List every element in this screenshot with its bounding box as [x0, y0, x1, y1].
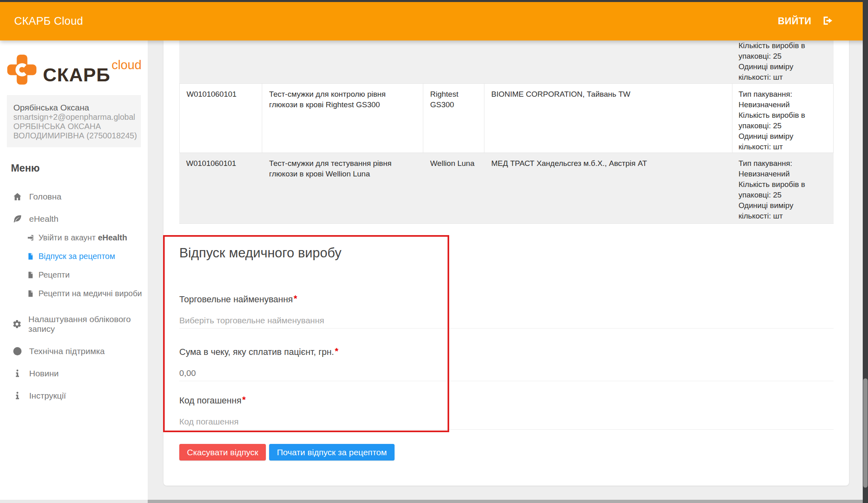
- required-asterisk: *: [335, 346, 338, 356]
- sidebar-item-support[interactable]: Технічна підтримка: [12, 346, 148, 356]
- cell-code: W0101060101: [179, 84, 262, 153]
- sidebar-item-label: Налаштування облікового запису: [28, 314, 148, 334]
- cell-brand: Wellion Luna: [423, 153, 484, 223]
- sidebar-item-label: Новини: [29, 369, 59, 378]
- form-group-redemption-code: Код погашення*: [179, 395, 834, 430]
- browser-top-strip: [0, 0, 868, 2]
- cell-packaging: Тип пакування: НевизначенийКількість вир…: [732, 40, 834, 83]
- cell-name: Тест-смужки для тестування рівня глюкози…: [262, 153, 423, 223]
- required-asterisk: *: [242, 395, 246, 405]
- trade-name-input[interactable]: [179, 312, 834, 329]
- sidebar-item-label: Рецепти: [38, 270, 70, 280]
- logout-icon: [822, 15, 834, 28]
- sidebar-item-home[interactable]: Головна: [12, 192, 148, 202]
- sidebar-item-instructions[interactable]: Інструкції: [12, 391, 148, 401]
- skarb-cross-icon: [7, 54, 37, 85]
- form-group-amount-paid: Сума в чеку, яку сплатив пацієнт, грн.*: [179, 346, 834, 381]
- dispense-form-buttons: Скасувати відпускПочати відпуск за рецеп…: [179, 444, 395, 461]
- file-icon: [26, 270, 35, 280]
- cell-code: [179, 40, 262, 83]
- redemption-code-input[interactable]: [179, 414, 834, 430]
- gear-icon: [12, 319, 22, 329]
- sidebar-item-ehealth-login[interactable]: Увійти в акаунт eHealth: [26, 233, 148, 242]
- logo-brand: СКАРБ: [43, 64, 110, 86]
- horizontal-scrollbar-thumb[interactable]: [148, 500, 863, 503]
- app-screen: СКАРБ Cloud ВИЙТИ СКАРБ cloud Орябінська…: [0, 0, 868, 503]
- cell-name: Тест-смужки для контролю рівня глюкози в…: [262, 84, 423, 153]
- logout-button[interactable]: ВИЙТИ: [775, 2, 836, 40]
- vertical-scrollbar-thumb[interactable]: [863, 378, 868, 488]
- sidebar-item-label: Рецепти на медичні вироби: [38, 289, 142, 298]
- cell-packaging: Тип пакування: НевизначенийКількість вир…: [732, 153, 834, 223]
- required-asterisk: *: [294, 293, 297, 303]
- sidebar-item-prescriptions[interactable]: Рецепти: [26, 270, 148, 280]
- cell-manufacturer: МЕД ТРАСТ Хандельсгез м.б.Х., Австрія AT: [484, 153, 732, 223]
- cell-brand: Rightest GS300: [423, 84, 484, 153]
- form-group-trade-name: Торговельне найменування*: [179, 293, 834, 329]
- table-row[interactable]: W0101060101Тест-смужки для тестування рі…: [179, 153, 834, 224]
- logout-label: ВИЙТИ: [778, 16, 811, 27]
- sidebar-item-ehealth[interactable]: eHealth: [12, 214, 148, 224]
- vertical-scrollbar[interactable]: [863, 0, 868, 503]
- cell-code: W0101060101: [179, 153, 262, 223]
- sidebar: СКАРБ cloud Орябінська Оксана smartsign+…: [0, 40, 148, 503]
- user-email: smartsign+2@openpharma.global: [13, 112, 141, 122]
- menu-title: Меню: [11, 162, 40, 174]
- table-row[interactable]: W0101060101Тест-смужки для контролю рівн…: [179, 84, 834, 153]
- cancel-dispense-button[interactable]: Скасувати відпуск: [179, 444, 266, 461]
- user-legal-name-line2: ВОЛОДИМИРІВНА (2750018245): [13, 131, 141, 140]
- info-icon: [12, 369, 23, 378]
- user-legal-name-line1: ОРЯБІНСЬКА ОКСАНА: [13, 122, 141, 131]
- start-dispense-button[interactable]: Почати відпуск за рецептом: [269, 444, 395, 461]
- cell-packaging: Тип пакування: НевизначенийКількість вир…: [732, 84, 834, 153]
- info-icon: [12, 391, 23, 401]
- home-icon: [12, 192, 23, 202]
- sidebar-item-news[interactable]: Новини: [12, 369, 148, 378]
- app-header: СКАРБ Cloud ВИЙТИ: [0, 2, 868, 40]
- products-table: Тип пакування: НевизначенийКількість вир…: [179, 40, 834, 224]
- sidebar-item-label: eHealth: [29, 214, 58, 224]
- leaf-icon: [12, 214, 23, 224]
- packaging-lines: Тип пакування: НевизначенийКількість вир…: [739, 158, 828, 221]
- cell-brand: [423, 40, 484, 83]
- amount-paid-input[interactable]: [179, 365, 834, 381]
- skarb-logo: СКАРБ cloud: [7, 54, 142, 86]
- content-card: Тип пакування: НевизначенийКількість вир…: [163, 40, 849, 486]
- horizontal-scrollbar[interactable]: [0, 500, 868, 503]
- sidebar-item-label: Технічна підтримка: [29, 346, 105, 356]
- app-title: СКАРБ Cloud: [14, 15, 83, 28]
- amount-paid-label: Сума в чеку, яку сплатив пацієнт, грн.*: [179, 346, 834, 357]
- sidebar-item-dispense-by-prescription[interactable]: Відпуск за рецептом: [26, 251, 148, 261]
- sidebar-item-label: Відпуск за рецептом: [38, 252, 115, 261]
- sidebar-item-device-prescriptions[interactable]: Рецепти на медичні вироби: [26, 289, 148, 298]
- sidebar-menu: ГоловнаeHealthУвійти в акаунт eHealthВід…: [0, 186, 148, 401]
- file-icon: [26, 251, 35, 261]
- dispense-form-title: Відпуск медичного виробу: [179, 245, 342, 261]
- user-display-name: Орябінська Оксана: [13, 102, 141, 112]
- redemption-code-label: Код погашення*: [179, 395, 834, 406]
- lifering-icon: [12, 346, 23, 356]
- cell-name: [262, 40, 423, 83]
- packaging-lines: Тип пакування: НевизначенийКількість вир…: [739, 40, 828, 83]
- trade-name-label: Торговельне найменування*: [179, 293, 834, 305]
- file-icon: [26, 289, 35, 298]
- logo-cloud-suffix: cloud: [112, 58, 142, 86]
- sidebar-item-label: Увійти в акаунт eHealth: [38, 233, 127, 242]
- sidebar-item-label: Інструкції: [29, 391, 66, 401]
- packaging-lines: Тип пакування: НевизначенийКількість вир…: [739, 89, 827, 152]
- cell-manufacturer: [484, 40, 732, 83]
- user-info-box: Орябінська Оксана smartsign+2@openpharma…: [7, 95, 141, 147]
- sidebar-item-label: Головна: [29, 192, 62, 202]
- sidebar-item-account-settings[interactable]: Налаштування облікового запису: [12, 314, 148, 334]
- signin-icon: [26, 233, 35, 242]
- cell-manufacturer: BIONIME CORPORATION, Тайвань TW: [484, 84, 732, 153]
- table-row[interactable]: Тип пакування: НевизначенийКількість вир…: [179, 40, 834, 84]
